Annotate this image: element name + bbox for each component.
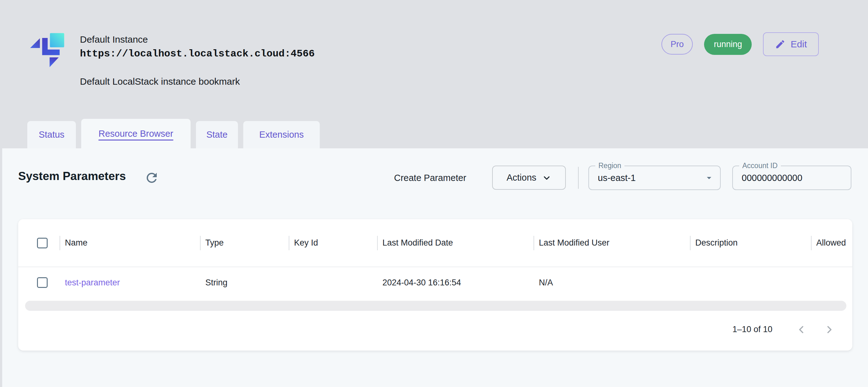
- tab-state[interactable]: State: [196, 121, 238, 148]
- edit-button[interactable]: Edit: [763, 32, 819, 56]
- next-page-button[interactable]: [823, 323, 836, 336]
- header-badges: Pro running Edit: [661, 32, 819, 56]
- localstack-instance-page: Default Instance https://localhost.local…: [0, 0, 868, 387]
- create-parameter-button[interactable]: Create Parameter: [394, 171, 466, 185]
- tab-extensions[interactable]: Extensions: [243, 121, 320, 148]
- pagination-bar: 1–10 of 10: [18, 313, 852, 351]
- chevron-right-icon: [824, 324, 835, 335]
- previous-page-button[interactable]: [794, 323, 808, 336]
- horizontal-scrollbar[interactable]: [25, 301, 846, 311]
- cell-name: test-parameter: [60, 278, 200, 288]
- status-badge-label: running: [714, 39, 742, 49]
- tab-resource-browser-label: Resource Browser: [98, 128, 173, 139]
- instance-name: Default Instance: [80, 33, 315, 46]
- pagination-range-label: 1–10 of 10: [732, 325, 772, 334]
- parameters-table-card: Name Type Key Id Last Modified Date Last…: [18, 219, 852, 351]
- column-header-key-id: Key Id: [289, 238, 377, 248]
- tab-status[interactable]: Status: [27, 121, 76, 148]
- column-header-allowed: Allowed: [811, 238, 852, 248]
- account-id-value: 000000000000: [742, 166, 803, 189]
- status-badge: running: [704, 34, 752, 55]
- region-select-value: us-east-1: [598, 166, 636, 189]
- row-checkbox[interactable]: [37, 277, 48, 288]
- header-checkbox-cell: [18, 238, 60, 248]
- account-id-field[interactable]: Account ID 000000000000: [732, 166, 851, 190]
- column-header-type: Type: [200, 238, 289, 248]
- cell-last-modified-user: N/A: [533, 278, 690, 288]
- table-row: test-parameter String 2024-04-30 16:16:5…: [18, 267, 852, 298]
- row-checkbox-cell: [18, 277, 60, 288]
- column-header-description: Description: [690, 238, 811, 248]
- select-all-checkbox[interactable]: [37, 238, 48, 248]
- page-title: System Parameters: [18, 170, 126, 183]
- refresh-icon: [144, 170, 160, 185]
- toolbar-divider: [578, 167, 579, 189]
- edit-button-label: Edit: [790, 39, 807, 50]
- tab-extensions-label: Extensions: [259, 129, 304, 140]
- actions-button[interactable]: Actions: [492, 166, 566, 190]
- tab-state-label: State: [206, 129, 227, 140]
- chevron-down-icon: [542, 173, 551, 182]
- column-header-last-modified-user: Last Modified User: [533, 238, 690, 248]
- tab-resource-browser[interactable]: Resource Browser: [81, 119, 191, 148]
- pencil-icon: [775, 39, 785, 50]
- dropdown-arrow-icon: [704, 173, 714, 183]
- region-select[interactable]: Region us-east-1: [588, 166, 721, 190]
- column-header-last-modified-date: Last Modified Date: [377, 238, 533, 248]
- horizontal-scroll-track: [18, 298, 852, 313]
- column-header-name: Name: [60, 238, 200, 248]
- table-header-row: Name Type Key Id Last Modified Date Last…: [18, 219, 852, 267]
- refresh-button[interactable]: [144, 170, 160, 186]
- instance-description: Default LocalStack instance bookmark: [80, 75, 315, 88]
- cell-last-modified-date: 2024-04-30 16:16:54: [377, 278, 533, 288]
- tab-status-label: Status: [38, 129, 64, 140]
- pro-badge: Pro: [661, 34, 693, 55]
- pro-badge-label: Pro: [671, 39, 684, 49]
- localstack-logo-icon: [29, 29, 66, 69]
- parameter-name-link[interactable]: test-parameter: [65, 278, 120, 287]
- instance-tabs: Status Resource Browser State Extensions: [27, 119, 320, 148]
- instance-info: Default Instance https://localhost.local…: [80, 33, 315, 88]
- cell-type: String: [200, 278, 289, 288]
- chevron-left-icon: [795, 324, 807, 335]
- actions-button-label: Actions: [506, 173, 536, 183]
- instance-url: https://localhost.localstack.cloud:4566: [80, 47, 315, 61]
